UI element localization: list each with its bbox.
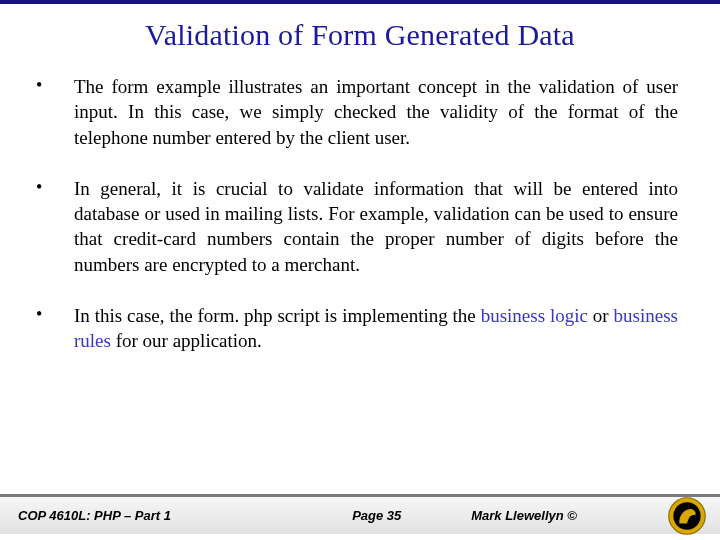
author-label: Mark Llewellyn © — [471, 508, 660, 523]
course-label: COP 4610L: PHP – Part 1 — [18, 508, 282, 523]
slide-title: Validation of Form Generated Data — [34, 18, 686, 52]
list-item: In general, it is crucial to validate in… — [34, 176, 678, 277]
list-item: The form example illustrates an importan… — [34, 74, 678, 150]
bullet-text: The form example illustrates an importan… — [74, 76, 678, 148]
pegasus-seal-icon — [668, 497, 706, 535]
bullet-text-prefix: In this case, the form. php script is im… — [74, 305, 481, 326]
page-number: Page 35 — [282, 508, 471, 523]
slide-body: Validation of Form Generated Data The fo… — [0, 4, 720, 353]
bullet-list: The form example illustrates an importan… — [34, 74, 686, 353]
list-item: In this case, the form. php script is im… — [34, 303, 678, 354]
highlight-term: business logic — [481, 305, 588, 326]
bullet-text-mid: or — [588, 305, 614, 326]
bullet-text-suffix: for our application. — [111, 330, 262, 351]
slide-footer: COP 4610L: PHP – Part 1 Page 35 Mark Lle… — [0, 494, 720, 534]
bullet-text: In general, it is crucial to validate in… — [74, 178, 678, 275]
footer-inner: COP 4610L: PHP – Part 1 Page 35 Mark Lle… — [0, 497, 720, 534]
